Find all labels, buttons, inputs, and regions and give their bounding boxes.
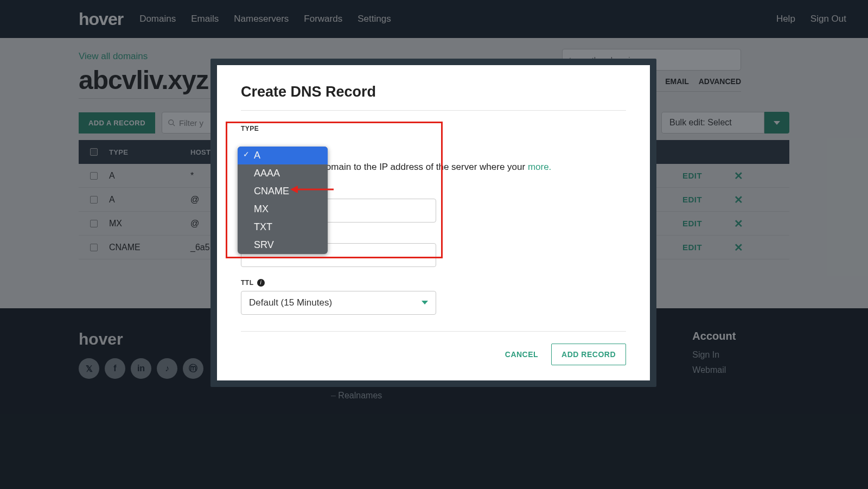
cancel-button[interactable]: CANCEL (502, 344, 541, 365)
type-option-srv[interactable]: SRV (238, 236, 328, 254)
learn-more-link[interactable]: more. (528, 162, 551, 172)
chevron-down-icon (422, 301, 428, 304)
type-option-txt[interactable]: TXT (238, 218, 328, 236)
type-label: TYPE (241, 125, 626, 132)
type-option-aaaa[interactable]: AAAA (238, 164, 328, 182)
type-option-cname[interactable]: CNAME (238, 182, 328, 200)
type-option-mx[interactable]: MX (238, 200, 328, 218)
ttl-label: TTL (241, 279, 254, 287)
modal-title: Create DNS Record (241, 84, 626, 100)
type-option-a[interactable]: A (238, 147, 328, 164)
type-dropdown[interactable]: A AAAA CNAME MX TXT SRV (238, 147, 328, 254)
add-record-submit[interactable]: ADD RECORD (551, 344, 626, 365)
info-icon[interactable]: i (257, 279, 265, 287)
ttl-select[interactable]: Default (15 Minutes) (241, 291, 436, 315)
ttl-value: Default (15 Minutes) (249, 297, 332, 308)
